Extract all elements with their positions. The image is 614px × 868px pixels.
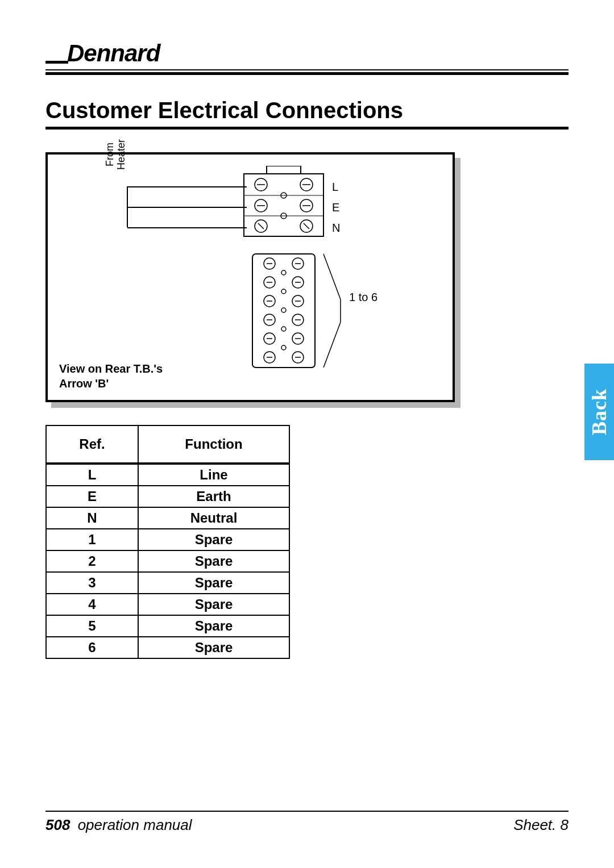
- sheet-number: 8: [561, 816, 569, 833]
- footer-right: Sheet. 8: [513, 816, 569, 834]
- table-body: LLine EEarth NNeutral 1Spare 2Spare 3Spa…: [46, 464, 289, 658]
- back-tab[interactable]: Back: [584, 364, 614, 460]
- cell-function: Spare: [138, 550, 289, 572]
- terminal-block-bottom-icon: [250, 251, 318, 370]
- svg-line-13: [258, 223, 264, 229]
- header-rule: [45, 69, 569, 75]
- brand-text: Dennard: [67, 40, 160, 66]
- footer-left: 508 operation manual: [45, 816, 192, 834]
- svg-line-15: [304, 223, 309, 229]
- cell-ref: 1: [46, 529, 138, 550]
- cell-function: Neutral: [138, 507, 289, 529]
- manual-page: Dennard Customer Electrical Connections …: [0, 0, 614, 868]
- wire-l: [127, 186, 247, 187]
- cell-ref: L: [46, 464, 138, 486]
- model-number: 508: [45, 816, 70, 833]
- doc-type: operation manual: [78, 816, 192, 833]
- wire-e: [127, 207, 247, 208]
- svg-rect-1: [244, 174, 323, 236]
- table-row: EEarth: [46, 486, 289, 507]
- svg-rect-0: [267, 166, 301, 174]
- svg-rect-18: [252, 254, 315, 368]
- cell-function: Spare: [138, 594, 289, 615]
- svg-point-47: [281, 345, 286, 350]
- cell-function: Line: [138, 464, 289, 486]
- table-row: 4Spare: [46, 594, 289, 615]
- cell-function: Spare: [138, 615, 289, 637]
- diagram-note-line1: View on Rear T.B.'s: [59, 361, 163, 376]
- cell-ref: E: [46, 486, 138, 507]
- wire-n: [127, 227, 247, 228]
- svg-point-46: [281, 327, 286, 331]
- header-ref: Ref.: [46, 425, 138, 464]
- diagram-note: View on Rear T.B.'s Arrow 'B': [59, 361, 163, 391]
- cell-ref: 4: [46, 594, 138, 615]
- diagram-note-line2: Arrow 'B': [59, 376, 163, 391]
- table-row: NNeutral: [46, 507, 289, 529]
- terminal-block-top-icon: [241, 166, 326, 240]
- table-row: 6Spare: [46, 637, 289, 658]
- cell-ref: 3: [46, 572, 138, 594]
- from-heater-text: From Heater: [104, 139, 127, 170]
- table-row: 2Spare: [46, 550, 289, 572]
- header-function: Function: [138, 425, 289, 464]
- svg-point-44: [281, 289, 286, 294]
- page-footer: 508 operation manual Sheet. 8: [45, 811, 569, 834]
- cell-ref: N: [46, 507, 138, 529]
- cell-ref: 2: [46, 550, 138, 572]
- brand-logo: Dennard: [45, 40, 569, 67]
- wiring-diagram: From Heater: [45, 152, 455, 402]
- cell-function: Spare: [138, 572, 289, 594]
- cell-function: Spare: [138, 529, 289, 550]
- label-n: N: [332, 222, 340, 235]
- reference-table: Ref. Function LLine EEarth NNeutral 1Spa…: [45, 425, 290, 659]
- sheet-label: Sheet.: [513, 816, 556, 833]
- table-row: 3Spare: [46, 572, 289, 594]
- label-e: E: [332, 201, 339, 214]
- brace-icon: [321, 254, 343, 368]
- table-header-row: Ref. Function: [46, 425, 289, 464]
- svg-point-43: [281, 270, 286, 275]
- from-heater-label: From Heater: [105, 120, 127, 189]
- label-l: L: [332, 181, 338, 194]
- svg-line-50: [323, 322, 341, 368]
- table-row: 1Spare: [46, 529, 289, 550]
- label-1-to-6: 1 to 6: [349, 291, 377, 304]
- brand-underline: [45, 61, 68, 64]
- table-row: LLine: [46, 464, 289, 486]
- svg-line-48: [323, 254, 341, 299]
- cell-function: Spare: [138, 637, 289, 658]
- cell-ref: 5: [46, 615, 138, 637]
- section-title: Customer Electrical Connections: [45, 98, 569, 123]
- svg-point-45: [281, 308, 286, 312]
- cell-function: Earth: [138, 486, 289, 507]
- table-row: 5Spare: [46, 615, 289, 637]
- cell-ref: 6: [46, 637, 138, 658]
